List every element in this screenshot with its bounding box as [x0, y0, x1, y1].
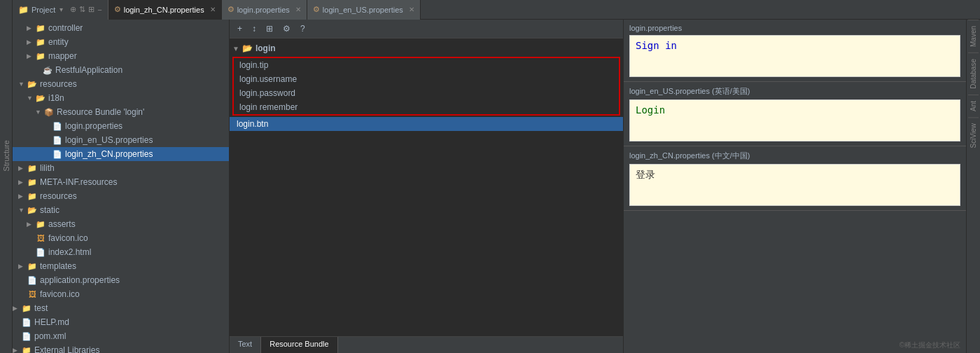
folder-icon-test: 📁 — [21, 303, 32, 313]
tree-item-login-zh-cn-props[interactable]: 📄 login_zh_CN.properties — [13, 147, 229, 161]
tree-item-asserts[interactable]: ▶ 📁 asserts — [13, 217, 229, 231]
prop-value-text-3: 登录 — [636, 169, 655, 180]
tree-item-ext-libs[interactable]: ▶ 📁 External Libraries — [13, 343, 229, 353]
tab-login-props[interactable]: ⚙ login.properties ✕ — [222, 0, 307, 20]
tree-item-index2[interactable]: 📄 index2.html — [13, 245, 229, 259]
tree-item-bundle[interactable]: ▼ 📦 Resource Bundle 'login' — [13, 105, 229, 119]
tree-item-mapper[interactable]: ▶ 📁 mapper — [13, 49, 229, 63]
tree-item-resources[interactable]: ▼ 📂 resources — [13, 77, 229, 91]
arrow-ext-libs: ▶ — [13, 347, 21, 353]
bundle-toolbar: + ↕ ⊞ ⚙ ? — [230, 20, 623, 39]
tree-item-lilith[interactable]: ▶ 📁 lilith — [13, 161, 229, 175]
settings-button[interactable]: ⚙ — [279, 22, 294, 35]
project-tab[interactable]: 📁 Project ▾ ⊕ ⇅ ⊞ − — [13, 0, 108, 20]
bundle-label-login-password: login.password — [239, 88, 295, 98]
add-key-button[interactable]: + — [234, 22, 246, 35]
tree-item-templates[interactable]: ▶ 📁 templates — [13, 259, 229, 273]
sort-button[interactable]: ↕ — [248, 22, 260, 35]
tree-item-test[interactable]: ▶ 📁 test — [13, 301, 229, 315]
tree-label-help: HELP.md — [34, 317, 69, 327]
project-dropdown-icon[interactable]: ▾ — [59, 6, 63, 13]
bundle-item-login-password[interactable]: login.password — [234, 86, 619, 100]
tree-item-entity[interactable]: ▶ 📁 entity — [13, 35, 229, 49]
side-tab-ant[interactable]: Ant — [968, 95, 979, 117]
props-icon-login: 📄 — [52, 121, 63, 131]
side-tab-maven[interactable]: Maven — [968, 20, 979, 53]
prop-value-2[interactable]: Login — [629, 99, 960, 141]
tree-item-favicon2[interactable]: 🖼 favicon.ico — [13, 287, 229, 301]
tab-icon-2: ⚙ — [227, 5, 234, 14]
arrow-resources2: ▶ — [18, 193, 27, 200]
folder-icon-mapper: 📁 — [35, 51, 46, 61]
bundle-item-login-tip[interactable]: login.tip — [234, 58, 619, 72]
arrow-templates: ▶ — [18, 263, 27, 270]
bottom-tab-bundle[interactable]: Resource Bundle — [261, 337, 337, 353]
prop-title-1: login.properties — [629, 24, 960, 32]
project-title: Project — [31, 6, 55, 14]
help-button[interactable]: ? — [297, 22, 309, 35]
bundle-item-login-btn[interactable]: login.btn — [230, 117, 623, 131]
image-icon-favicon1: 🖼 — [35, 233, 46, 243]
tree-label-login-en-us: login_en_US.properties — [65, 135, 153, 145]
bundle-label-login-btn: login.btn — [237, 119, 268, 129]
tree-item-login-en-us-props[interactable]: 📄 login_en_US.properties — [13, 133, 229, 147]
tab-close-2[interactable]: ✕ — [295, 6, 301, 13]
tree-item-restful[interactable]: ☕ RestfulApplication — [13, 63, 229, 77]
tree-item-static[interactable]: ▼ 📂 static — [13, 203, 229, 217]
bundle-group-arrow: ▼ — [232, 45, 239, 53]
tree-item-app-props[interactable]: 📄 application.properties — [13, 273, 229, 287]
structure-tab[interactable]: Structure — [0, 0, 13, 353]
folder-icon-asserts: 📁 — [35, 219, 46, 229]
add-tab-icon[interactable]: ⊕ — [70, 5, 76, 14]
split-icon[interactable]: ⇅ — [79, 5, 85, 14]
minus-icon[interactable]: − — [97, 6, 102, 14]
tab-login-en-us[interactable]: ⚙ login_en_US.properties ✕ — [307, 0, 421, 20]
folder-icon-lilith: 📁 — [27, 163, 38, 173]
prop-value-text-1: Sign in — [636, 40, 677, 51]
bundle-group-login[interactable]: ▼ 📂 login — [230, 41, 623, 55]
tree-label-mapper: mapper — [48, 51, 77, 61]
bundle-label-login-remember: login remember — [239, 102, 298, 112]
prop-section-3: login_zh_CN.properties (中文/中国) 登录 — [624, 146, 966, 211]
bottom-tab-text[interactable]: Text — [230, 337, 261, 353]
layout-button[interactable]: ⊞ — [262, 22, 276, 35]
tab-label-2: login.properties — [237, 6, 290, 14]
tree-item-login-props[interactable]: 📄 login.properties — [13, 119, 229, 133]
side-tab-sciview[interactable]: SciView — [968, 117, 979, 153]
arrow-entity: ▶ — [27, 39, 35, 46]
bundle-content: ▼ 📂 login login.tip login.username login… — [230, 39, 623, 336]
arrow-mapper: ▶ — [27, 53, 35, 60]
bundle-item-login-username[interactable]: login.username — [234, 72, 619, 86]
tree-item-meta-inf[interactable]: ▶ 📁 META-INF.resources — [13, 175, 229, 189]
tree-item-favicon1[interactable]: 🖼 favicon.ico — [13, 231, 229, 245]
tree-label-bundle: Resource Bundle 'login' — [57, 107, 144, 117]
tree-label-static: static — [40, 205, 59, 215]
layout-icon[interactable]: ⊞ — [88, 5, 94, 14]
structure-tab-label[interactable]: Structure — [2, 140, 10, 172]
prop-value-1[interactable]: Sign in — [629, 35, 960, 77]
tree-label-favicon1: favicon.ico — [48, 233, 88, 243]
right-side-tabs: Maven Database Ant SciView — [966, 20, 980, 353]
arrow-resources: ▼ — [18, 81, 27, 88]
tree-label-lilith: lilith — [40, 163, 55, 173]
side-tab-database[interactable]: Database — [968, 53, 979, 95]
tab-login-zh-cn[interactable]: ⚙ login_zh_CN.properties ✕ — [108, 0, 222, 20]
tree-item-help[interactable]: 📄 HELP.md — [13, 315, 229, 329]
tree-label-pom: pom.xml — [34, 331, 66, 341]
tree-item-i18n[interactable]: ▼ 📂 i18n — [13, 91, 229, 105]
arrow-bundle: ▼ — [35, 109, 43, 116]
bundle-item-login-remember[interactable]: login remember — [234, 100, 619, 114]
tab-close-3[interactable]: ✕ — [409, 6, 414, 13]
tree-item-pom[interactable]: 📄 pom.xml — [13, 329, 229, 343]
right-panel: login.properties Sign in login_en_US.pro… — [623, 20, 966, 353]
tab-icon-3: ⚙ — [313, 5, 320, 14]
bundle-group-icon: 📂 — [242, 43, 253, 53]
prop-value-3[interactable]: 登录 — [629, 164, 960, 206]
tree-label-resources2: resources — [40, 191, 77, 201]
arrow-test: ▶ — [13, 305, 21, 312]
bundle-group-label: login — [255, 43, 276, 53]
tab-close-1[interactable]: ✕ — [210, 6, 216, 13]
tree-item-resources2[interactable]: ▶ 📁 resources — [13, 189, 229, 203]
tree-item-controller[interactable]: ▶ 📁 controller — [13, 21, 229, 35]
arrow-controller: ▶ — [27, 25, 35, 32]
